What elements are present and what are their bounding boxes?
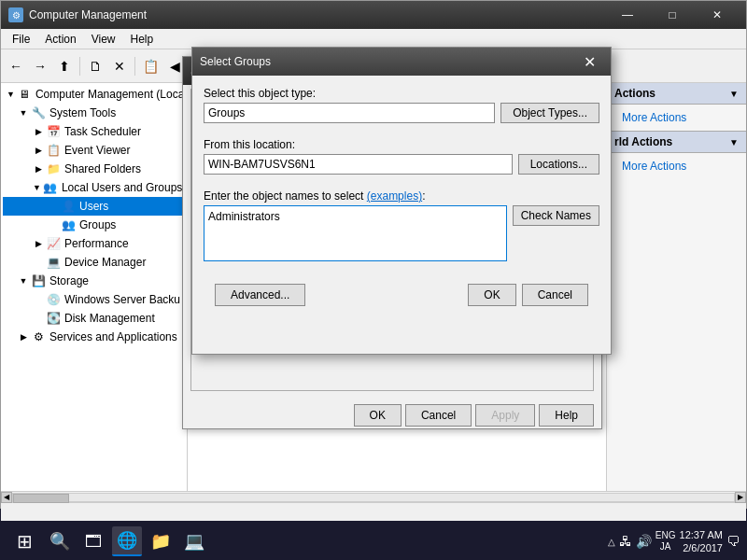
scroll-right-btn[interactable]: ▶ bbox=[735, 492, 746, 503]
select-dialog-title-bar: Select Groups ✕ bbox=[192, 48, 611, 76]
select-ok-button[interactable]: OK bbox=[468, 284, 515, 306]
tree-users[interactable]: 👤 Users bbox=[3, 197, 185, 216]
select-dialog-title: Select Groups bbox=[200, 55, 575, 68]
tray-volume-icon: 🔊 bbox=[636, 534, 652, 549]
taskbar-tray: △ 🖧 🔊 ENGJA 12:37 AM 2/6/2017 🗨 bbox=[608, 528, 740, 555]
tree-task-scheduler[interactable]: ▶ 📅 Task Scheduler bbox=[3, 122, 185, 141]
toggle-icon: ▶ bbox=[18, 331, 29, 343]
tree-disk-management[interactable]: 💽 Disk Management bbox=[3, 309, 185, 328]
local-users-icon: 👥 bbox=[43, 180, 58, 195]
toggle-icon bbox=[48, 219, 59, 231]
action-more-actions-2[interactable]: More Actions bbox=[607, 157, 746, 175]
main-close-button[interactable]: ✕ bbox=[696, 1, 739, 29]
actions-collapse-1[interactable]: ▼ bbox=[729, 89, 739, 99]
taskbar-explorer-icon[interactable]: 📁 bbox=[146, 526, 176, 556]
minimize-button[interactable]: — bbox=[606, 1, 649, 29]
props-apply-button[interactable]: Apply bbox=[475, 404, 535, 427]
object-names-label: Enter the object names to select (exampl… bbox=[204, 189, 599, 203]
properties-button[interactable]: 📋 bbox=[139, 55, 162, 77]
toggle-icon bbox=[33, 257, 44, 268]
object-type-input[interactable] bbox=[204, 103, 495, 123]
props-ok-button[interactable]: OK bbox=[354, 404, 402, 427]
object-names-row: Check Names bbox=[204, 205, 599, 269]
status-bar bbox=[1, 502, 746, 521]
shared-folders-icon: 📁 bbox=[46, 161, 61, 176]
title-controls: — □ ✕ bbox=[606, 1, 739, 29]
select-cancel-button[interactable]: Cancel bbox=[522, 284, 588, 306]
scroll-track[interactable] bbox=[12, 493, 735, 502]
taskbar-taskview-icon[interactable]: 🗔 bbox=[78, 526, 108, 556]
actions-header-1: Actions ▼ bbox=[607, 83, 746, 105]
location-input[interactable] bbox=[204, 154, 513, 175]
up-button[interactable]: ⬆ bbox=[53, 55, 76, 77]
device-manager-icon: 💻 bbox=[46, 255, 61, 270]
object-types-button[interactable]: Object Types... bbox=[500, 103, 599, 123]
actions-section-2: More Actions bbox=[607, 153, 746, 179]
tree-label-perf: Performance bbox=[64, 237, 129, 250]
backup-icon: 💿 bbox=[46, 292, 61, 307]
menu-view[interactable]: View bbox=[84, 31, 123, 48]
toolbar-sep-2 bbox=[134, 57, 135, 76]
tray-chevron-icon[interactable]: △ bbox=[608, 537, 615, 547]
disk-mgmt-icon: 💽 bbox=[46, 311, 61, 326]
forward-button[interactable]: → bbox=[29, 55, 51, 77]
menu-help[interactable]: Help bbox=[123, 31, 162, 48]
menu-file[interactable]: File bbox=[5, 31, 37, 48]
toggle-icon: ▼ bbox=[18, 275, 29, 287]
back-button[interactable]: ← bbox=[5, 55, 27, 77]
maximize-button[interactable]: □ bbox=[651, 1, 694, 29]
tray-date-text: 2/6/2017 bbox=[680, 541, 723, 554]
tree-event-viewer[interactable]: ▶ 📋 Event Viewer bbox=[3, 141, 185, 160]
props-help-footer-button[interactable]: Help bbox=[539, 404, 594, 427]
tree-performance[interactable]: ▶ 📈 Performance bbox=[3, 234, 185, 253]
tree-label-g: Groups bbox=[79, 218, 116, 231]
tree-groups[interactable]: 👥 Groups bbox=[3, 216, 185, 234]
tree-system-tools[interactable]: ▼ 🔧 System Tools bbox=[3, 104, 185, 122]
toggle-icon bbox=[33, 313, 44, 324]
check-names-button[interactable]: Check Names bbox=[513, 205, 599, 226]
groups-icon: 👥 bbox=[61, 217, 76, 232]
toggle-icon bbox=[33, 294, 44, 305]
tree-device-manager[interactable]: 💻 Device Manager bbox=[3, 253, 185, 272]
select-close-button[interactable]: ✕ bbox=[575, 48, 603, 76]
actions-header-2: rld Actions ▼ bbox=[607, 131, 746, 153]
toggle-icon: ▶ bbox=[33, 145, 44, 156]
tray-notifications-icon[interactable]: 🗨 bbox=[726, 534, 740, 549]
location-label: From this location: bbox=[204, 138, 599, 151]
action-more-actions-1[interactable]: More Actions bbox=[607, 108, 746, 127]
locations-button[interactable]: Locations... bbox=[518, 154, 599, 175]
tree-label-sf: Shared Folders bbox=[64, 162, 141, 175]
scroll-thumb[interactable] bbox=[13, 494, 69, 503]
object-names-input[interactable] bbox=[204, 205, 507, 261]
taskbar-server-icon[interactable]: 💻 bbox=[179, 526, 209, 556]
start-button[interactable]: ⊞ bbox=[7, 525, 41, 558]
taskbar-ie-icon[interactable]: 🌐 bbox=[112, 526, 142, 556]
tray-datetime[interactable]: 12:37 AM 2/6/2017 bbox=[680, 528, 723, 555]
menu-action[interactable]: Action bbox=[37, 31, 83, 48]
examples-link[interactable]: (examples) bbox=[367, 189, 422, 203]
toggle-icon: ▶ bbox=[33, 238, 44, 249]
actions-collapse-2[interactable]: ▼ bbox=[729, 137, 739, 147]
tree-shared-folders[interactable]: ▶ 📁 Shared Folders bbox=[3, 160, 185, 178]
props-cancel-button[interactable]: Cancel bbox=[405, 404, 472, 427]
select-groups-dialog: Select Groups ✕ Select this object type:… bbox=[191, 47, 612, 355]
location-section: From this location: Locations... bbox=[204, 138, 599, 182]
tree-services[interactable]: ▶ ⚙ Services and Applications bbox=[3, 328, 185, 346]
tree-label-ev: Event Viewer bbox=[64, 144, 130, 157]
delete-button[interactable]: ✕ bbox=[108, 55, 131, 77]
horizontal-scrollbar[interactable]: ◀ ▶ bbox=[1, 491, 746, 502]
scroll-left-btn[interactable]: ◀ bbox=[1, 492, 12, 503]
action-panel: Actions ▼ More Actions rld Actions ▼ Mor… bbox=[606, 83, 746, 491]
tree-local-users[interactable]: ▼ 👥 Local Users and Groups bbox=[3, 178, 185, 197]
task-scheduler-icon: 📅 bbox=[46, 124, 61, 139]
toggle-icon: ▼ bbox=[33, 182, 41, 193]
tree-windows-backup[interactable]: 💿 Windows Server Backu bbox=[3, 290, 185, 309]
tree-storage[interactable]: ▼ 💾 Storage bbox=[3, 272, 185, 290]
new-button[interactable]: 🗋 bbox=[84, 55, 106, 77]
tree-label-cm: Computer Management (Local bbox=[35, 88, 187, 101]
tree-panel: ▼ 🖥 Computer Management (Local ▼ 🔧 Syste… bbox=[1, 83, 188, 491]
tree-computer-management[interactable]: ▼ 🖥 Computer Management (Local bbox=[3, 85, 185, 104]
taskbar-search-icon[interactable]: 🔍 bbox=[45, 526, 75, 556]
toggle-icon: ▶ bbox=[33, 126, 44, 137]
advanced-button[interactable]: Advanced... bbox=[215, 284, 305, 306]
